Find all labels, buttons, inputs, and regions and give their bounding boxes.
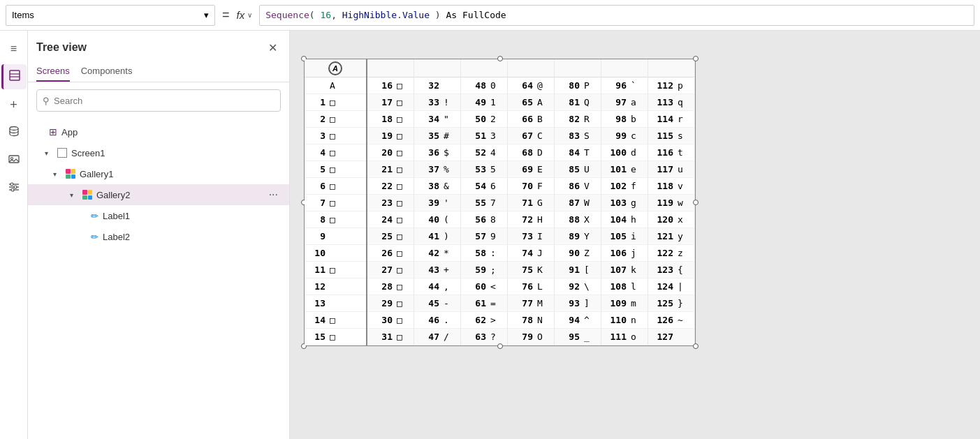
table-row: 3□	[305, 128, 366, 144]
expand-arrow-gallery1: ▾	[53, 170, 61, 178]
table-row: 92\	[555, 278, 601, 295]
icon-bar: ≡ +	[0, 31, 28, 439]
media-icon	[8, 153, 20, 168]
table-row: 97a	[601, 94, 648, 111]
more-options-button[interactable]: ···	[266, 187, 281, 202]
search-box[interactable]: ⚲	[36, 89, 281, 112]
expand-arrow-gallery2: ▾	[70, 191, 78, 199]
table-row: 59;	[461, 262, 507, 278]
svg-point-5	[10, 158, 13, 160]
media-button[interactable]	[1, 148, 27, 173]
layers-button[interactable]	[1, 64, 27, 89]
table-row: 111o	[601, 329, 648, 345]
add-icon: +	[10, 98, 17, 112]
table-row: 39'	[414, 195, 460, 211]
handle-top-right[interactable]	[693, 56, 699, 61]
add-button[interactable]: +	[1, 92, 27, 117]
table-row: 34"	[414, 111, 460, 128]
canvas-area: A A1□2□3□4□5□6□7□8□91011□121314□15□ 16□1…	[290, 31, 980, 439]
table-row: 557	[461, 195, 507, 211]
search-icon: ⚲	[43, 96, 50, 106]
search-input[interactable]	[54, 96, 275, 106]
handle-top-mid[interactable]	[497, 56, 503, 61]
dropdown-arrow: ▾	[204, 10, 209, 20]
table-row: 95_	[555, 329, 601, 345]
tree-view-close[interactable]: ✕	[264, 39, 281, 56]
table-row: 108l	[601, 278, 648, 295]
table-row: 82R	[555, 111, 601, 128]
tree-item-label1[interactable]: ✏ Label1	[28, 205, 289, 226]
table-row: 15□	[305, 329, 366, 345]
table-row: 30□	[367, 312, 414, 329]
hamburger-menu[interactable]: ≡	[1, 36, 27, 61]
gallery2-label: Gallery2	[96, 190, 130, 200]
tree-item-gallery2[interactable]: ▾ Gallery2 ···	[28, 184, 289, 205]
svg-point-10	[14, 186, 17, 188]
table-row: 60<	[461, 278, 507, 295]
fx-chevron: ∨	[247, 11, 252, 19]
tab-screens[interactable]: Screens	[36, 61, 70, 82]
table-row: 524	[461, 144, 507, 161]
tree-item-label2[interactable]: ✏ Label2	[28, 226, 289, 247]
table-row: 119w	[648, 195, 694, 211]
gallery-header-row: A	[305, 59, 366, 77]
tree-item-gallery1[interactable]: ▾ Gallery1	[28, 163, 289, 184]
formula-bar[interactable]: Sequence( 16, HighNibble.Value ) As Full…	[259, 5, 974, 26]
data-button[interactable]	[1, 120, 27, 145]
table-row: 16□	[367, 77, 414, 94]
table-row: 11□	[305, 262, 366, 278]
table-row: 107k	[601, 262, 648, 278]
tab-components-label: Components	[81, 66, 133, 76]
table-row: 21□	[367, 161, 414, 178]
gallery-arrow-icon: A	[328, 61, 342, 75]
controls-icon	[8, 181, 20, 196]
gallery-frame: A A1□2□3□4□5□6□7□8□91011□121314□15□ 16□1…	[304, 59, 696, 346]
gallery-data-columns: 16□17□18□19□20□21□22□23□24□25□26□27□28□2…	[367, 59, 695, 345]
table-row: 31□	[367, 329, 414, 345]
table-row: 114r	[648, 111, 694, 128]
table-row: 579	[461, 228, 507, 245]
table-row: 99c	[601, 128, 648, 144]
tabs-row: Screens Components	[28, 61, 289, 82]
table-row: 83S	[555, 128, 601, 144]
tree-view-header: Tree view ✕	[28, 31, 289, 61]
table-row: 6□	[305, 178, 366, 195]
items-dropdown[interactable]: Items ▾	[6, 5, 215, 26]
fx-area[interactable]: fx ∨	[237, 9, 253, 21]
table-row: 546	[461, 178, 507, 195]
table-row: 5□	[305, 161, 366, 178]
tab-components[interactable]: Components	[81, 61, 133, 82]
table-row: 68D	[508, 144, 554, 161]
table-row: 23□	[367, 195, 414, 211]
tab-screens-label: Screens	[36, 66, 70, 76]
tree-view-title: Tree view	[36, 41, 87, 54]
screen-icon	[57, 148, 67, 158]
table-row: 76L	[508, 278, 554, 295]
gallery1-icon	[66, 169, 75, 179]
gallery-col: 16□17□18□19□20□21□22□23□24□25□26□27□28□2…	[367, 59, 414, 345]
table-row: 89Y	[555, 228, 601, 245]
table-row: 22□	[367, 178, 414, 195]
table-row: 9	[305, 228, 366, 245]
handle-bot-mid[interactable]	[497, 343, 503, 349]
gallery-col: 64@65A66B67C68D69E70F71G72H73I74J75K76L7…	[508, 59, 555, 345]
handle-bot-right[interactable]	[693, 343, 699, 349]
top-bar: Items ▾ = fx ∨ Sequence( 16, HighNibble.…	[0, 0, 980, 31]
table-row: 26□	[367, 245, 414, 262]
controls-button[interactable]	[1, 176, 27, 201]
table-row: 4□	[305, 144, 366, 161]
label2-icon: ✏	[91, 232, 98, 242]
table-row: 94^	[555, 312, 601, 329]
table-row: 81Q	[555, 94, 601, 111]
handle-mid-right[interactable]	[693, 200, 699, 205]
tree-item-screen1[interactable]: ▾ Screen1	[28, 142, 289, 163]
tree-item-app[interactable]: ⊞ App	[28, 121, 289, 142]
table-row: 98b	[601, 111, 648, 128]
tree-items: ⊞ App ▾ Screen1 ▾	[28, 119, 289, 439]
gallery-col: 96`97a98b99c100d101e102f103g104h105i106j…	[601, 59, 648, 345]
table-row: 75K	[508, 262, 554, 278]
table-row: 535	[461, 161, 507, 178]
table-row: 35#	[414, 128, 460, 144]
table-row: 62>	[461, 312, 507, 329]
svg-point-3	[10, 127, 18, 131]
